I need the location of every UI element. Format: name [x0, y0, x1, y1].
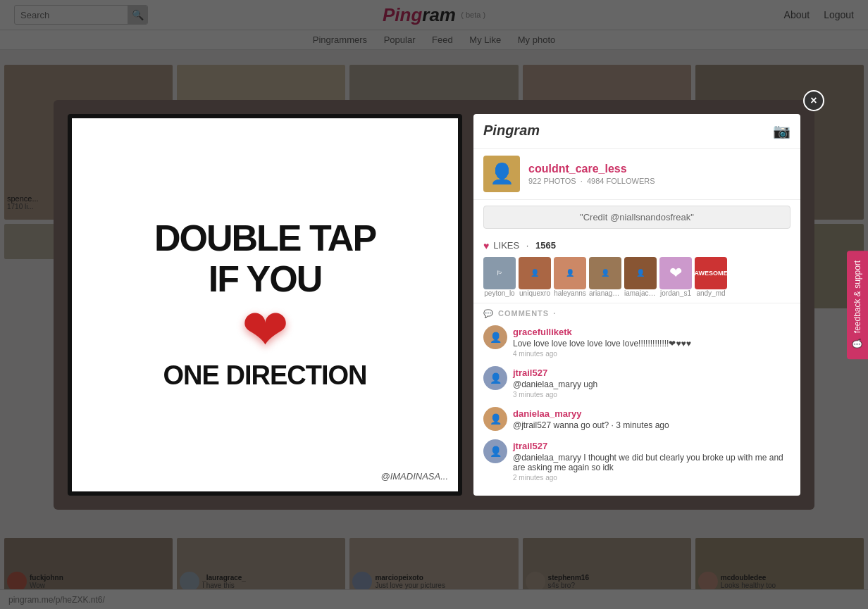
modal-overlay[interactable]: × DOUBLE TAP IF YOU ❤ ONE DIRECTION @IMA…: [0, 0, 868, 50]
